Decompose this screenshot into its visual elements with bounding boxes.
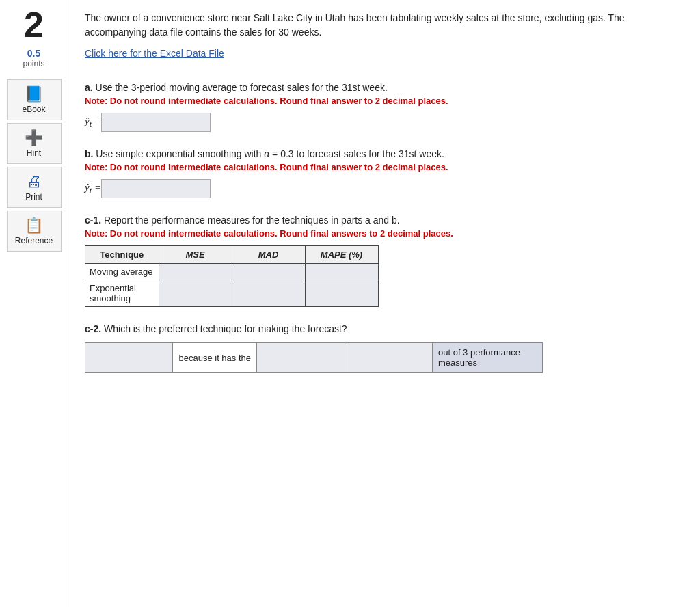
mad-exponential-input[interactable]	[238, 288, 299, 299]
part-c2-label: c-2. Which is the preferred technique fo…	[85, 323, 684, 334]
mse-moving-average-input[interactable]	[165, 267, 226, 277]
lowest-value-input[interactable]	[262, 353, 338, 363]
preferred-technique-input[interactable]	[91, 353, 173, 363]
table-row-exponential: Exponentialsmoothing	[85, 280, 379, 307]
ebook-label: eBook	[22, 105, 45, 114]
part-a-formula-label: ŷt =	[85, 116, 101, 130]
technique-exponential: Exponentialsmoothing	[85, 280, 159, 307]
part-b-formula-label: ŷt =	[85, 182, 101, 196]
part-a-note: Note: Do not round intermediate calculat…	[85, 96, 684, 106]
hint-label: Hint	[27, 148, 41, 158]
question-text: The owner of a convenience store near Sa…	[85, 11, 684, 40]
col-technique: Technique	[85, 246, 159, 264]
measure-type-input-cell[interactable]	[345, 343, 433, 372]
part-a-answer-row: ŷt =	[85, 113, 684, 132]
part-a-input[interactable]	[101, 113, 211, 132]
main-content: The owner of a convenience store near Sa…	[68, 0, 700, 607]
part-c1-note: Note: Do not round intermediate calculat…	[85, 228, 684, 239]
ebook-icon: 📘	[25, 85, 43, 103]
mape-moving-average-input[interactable]	[311, 267, 373, 277]
part-a-label: a. Use the 3-period moving average to fo…	[85, 82, 684, 93]
col-mad: MAD	[232, 246, 305, 264]
sidebar-item-hint[interactable]: ➕ Hint	[7, 123, 62, 164]
question-number: 2	[24, 7, 44, 42]
out-of-text: out of 3 performance measures	[438, 347, 520, 368]
part-b-label: b. Use simple exponential smoothing with…	[85, 148, 684, 159]
mad-moving-average-input[interactable]	[238, 267, 299, 277]
mape-moving-average-cell[interactable]	[305, 264, 378, 280]
mad-moving-average-cell[interactable]	[232, 264, 305, 280]
mape-exponential-input[interactable]	[311, 288, 373, 299]
sidebar-item-ebook[interactable]: 📘 eBook	[7, 79, 62, 120]
because-text-cell: because it has the	[173, 343, 257, 372]
lowest-value-input-cell[interactable]	[257, 343, 345, 372]
part-b-answer-row: ŷt =	[85, 179, 684, 198]
print-icon: 🖨	[27, 173, 42, 191]
part-c2-instruction: Which is the preferred technique for mak…	[104, 323, 347, 334]
sidebar-item-print[interactable]: 🖨 Print	[7, 167, 62, 208]
points-value: 0.5	[27, 48, 40, 59]
part-c1-label: c-1. Report the performance measures for…	[85, 215, 684, 226]
mse-exponential-input[interactable]	[165, 288, 226, 299]
part-b-instruction: Use simple exponential smoothing with α …	[96, 148, 444, 159]
sidebar-item-reference[interactable]: 📋 Reference	[7, 211, 62, 252]
part-c1-instruction: Report the performance measures for the …	[104, 215, 400, 226]
points-label: points	[23, 59, 44, 68]
preferred-technique-row: because it has the out of 3 performance …	[85, 342, 543, 373]
col-mape: MAPE (%)	[305, 246, 378, 264]
col-mse: MSE	[159, 246, 232, 264]
excel-data-link[interactable]: Click here for the Excel Data File	[85, 48, 224, 59]
part-c1-section: c-1. Report the performance measures for…	[85, 215, 684, 307]
mse-moving-average-cell[interactable]	[159, 264, 232, 280]
print-label: Print	[25, 192, 42, 202]
reference-label: Reference	[15, 236, 53, 245]
because-text: because it has the	[178, 353, 251, 363]
sidebar: 2 0.5 points 📘 eBook ➕ Hint 🖨 Print 📋 Re…	[0, 0, 68, 607]
part-b-note: Note: Do not round intermediate calculat…	[85, 162, 684, 172]
mse-exponential-cell[interactable]	[159, 280, 232, 307]
out-of-text-cell: out of 3 performance measures	[433, 343, 542, 372]
hint-icon: ➕	[25, 129, 43, 147]
reference-icon: 📋	[25, 217, 43, 234]
mad-exponential-cell[interactable]	[232, 280, 305, 307]
table-row-moving-average: Moving average	[85, 264, 379, 280]
performance-table: Technique MSE MAD MAPE (%) Moving averag…	[85, 245, 379, 307]
part-a-instruction: Use the 3-period moving average to forec…	[96, 82, 388, 93]
technique-moving-average: Moving average	[85, 264, 159, 280]
part-b-input[interactable]	[101, 179, 211, 198]
part-c2-section: c-2. Which is the preferred technique fo…	[85, 323, 684, 373]
preferred-technique-input-cell[interactable]	[85, 343, 173, 372]
measure-type-input[interactable]	[351, 353, 427, 363]
mape-exponential-cell[interactable]	[305, 280, 378, 307]
